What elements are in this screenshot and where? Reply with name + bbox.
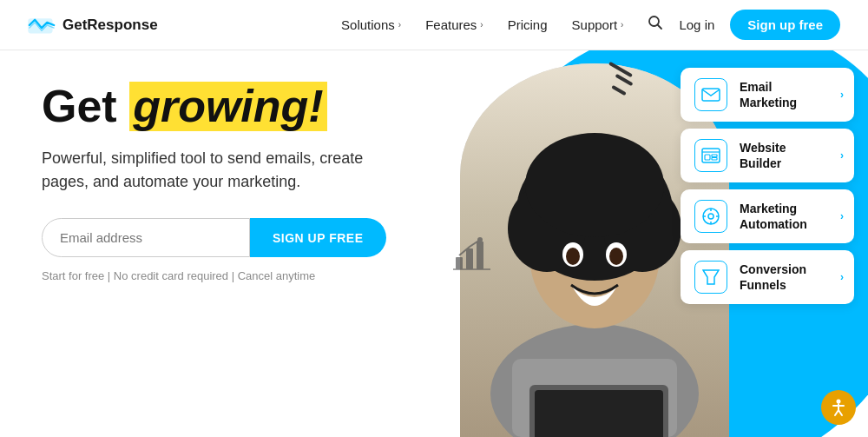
svg-rect-17 bbox=[466, 248, 473, 269]
svg-rect-21 bbox=[702, 89, 720, 101]
svg-point-8 bbox=[525, 133, 664, 237]
dash-line-3 bbox=[611, 85, 627, 96]
svg-point-19 bbox=[477, 237, 483, 242]
svg-marker-33 bbox=[703, 270, 719, 284]
email-marketing-label: EmailMarketing bbox=[740, 79, 797, 110]
search-button[interactable] bbox=[648, 15, 663, 35]
conversion-funnels-icon bbox=[694, 261, 727, 294]
marketing-automation-chevron: › bbox=[840, 210, 844, 222]
chart-icon-decoration bbox=[451, 231, 495, 281]
svg-rect-16 bbox=[456, 257, 463, 269]
svg-point-28 bbox=[708, 214, 713, 219]
accessibility-button[interactable] bbox=[821, 390, 856, 425]
website-builder-label: WebsiteBuilder bbox=[740, 140, 786, 171]
svg-point-12 bbox=[609, 248, 623, 265]
search-icon bbox=[648, 15, 663, 30]
hero-right: EmailMarketing › WebsiteBuilder › bbox=[434, 50, 868, 437]
svg-rect-24 bbox=[705, 155, 710, 160]
marketing-automation-icon bbox=[694, 200, 727, 233]
website-builder-icon bbox=[694, 139, 727, 172]
conversion-funnels-label: ConversionFunnels bbox=[740, 262, 806, 293]
hero-section: Get growing! Powerful, simplified tool t… bbox=[0, 50, 868, 437]
feature-card-website-builder[interactable]: WebsiteBuilder › bbox=[681, 129, 854, 182]
email-input[interactable] bbox=[42, 218, 250, 257]
form-note: Start for free | No credit card required… bbox=[42, 269, 434, 282]
dash-lines-decoration bbox=[608, 68, 634, 99]
conversion-funnels-chevron: › bbox=[840, 271, 844, 283]
email-form: SIGN UP FREE bbox=[42, 218, 434, 257]
feature-card-conversion-funnels[interactable]: ConversionFunnels › bbox=[681, 250, 854, 304]
logo-text: GetResponse bbox=[62, 17, 158, 34]
heading-get: Get bbox=[42, 81, 129, 131]
nav-actions: Log in Sign up free bbox=[648, 10, 840, 40]
email-marketing-chevron: › bbox=[840, 89, 844, 101]
chart-svg bbox=[451, 231, 495, 275]
heading-growing: growing! bbox=[129, 82, 327, 131]
nav-item-features[interactable]: Features › bbox=[425, 17, 483, 32]
svg-line-2 bbox=[658, 25, 662, 30]
logo[interactable]: GetResponse bbox=[28, 16, 158, 35]
feature-card-marketing-automation[interactable]: MarketingAutomation › bbox=[681, 189, 854, 243]
chevron-icon: › bbox=[480, 20, 483, 30]
svg-rect-25 bbox=[712, 155, 717, 157]
nav-links: Solutions › Features › Pricing Support › bbox=[341, 17, 623, 32]
svg-rect-15 bbox=[535, 390, 663, 437]
chevron-icon: › bbox=[398, 20, 401, 30]
website-builder-chevron: › bbox=[840, 149, 844, 162]
feature-cards: EmailMarketing › WebsiteBuilder › bbox=[681, 68, 854, 304]
marketing-automation-label: MarketingAutomation bbox=[740, 201, 807, 232]
logo-icon bbox=[28, 16, 56, 35]
accessibility-icon bbox=[829, 398, 848, 417]
svg-rect-26 bbox=[712, 158, 717, 161]
signup-nav-button[interactable]: Sign up free bbox=[730, 10, 840, 40]
hero-left: Get growing! Powerful, simplified tool t… bbox=[0, 50, 434, 437]
svg-point-34 bbox=[837, 400, 841, 404]
email-marketing-icon bbox=[694, 78, 727, 111]
chevron-icon: › bbox=[621, 20, 623, 30]
nav-item-solutions[interactable]: Solutions › bbox=[341, 17, 401, 32]
svg-line-38 bbox=[838, 410, 842, 415]
navbar: GetResponse Solutions › Features › Prici… bbox=[0, 0, 868, 50]
hero-subtext: Powerful, simplified tool to send emails… bbox=[42, 147, 389, 194]
nav-item-pricing[interactable]: Pricing bbox=[508, 17, 548, 32]
nav-item-support[interactable]: Support › bbox=[572, 17, 624, 32]
signup-form-button[interactable]: SIGN UP FREE bbox=[250, 218, 386, 257]
feature-card-email-marketing[interactable]: EmailMarketing › bbox=[681, 68, 854, 122]
login-button[interactable]: Log in bbox=[679, 17, 714, 32]
svg-point-11 bbox=[566, 248, 580, 265]
svg-rect-18 bbox=[477, 242, 483, 269]
hero-heading: Get growing! bbox=[42, 82, 434, 131]
